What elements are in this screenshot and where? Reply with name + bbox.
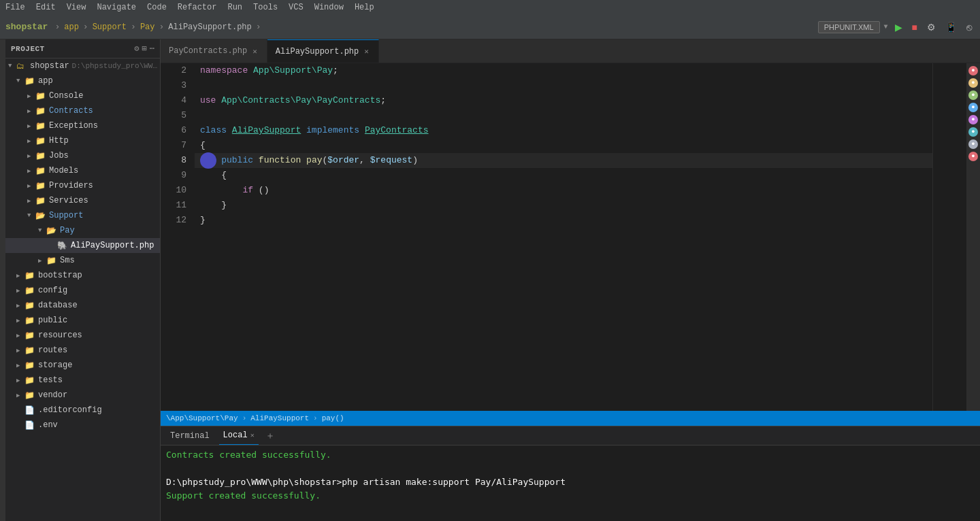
scroll-icon-1[interactable]: ● [968, 66, 978, 75]
line-numbers: 2 3 4 5 6 7 8 9 10 11 12 [161, 63, 195, 411]
scroll-icon-6[interactable]: ● [968, 127, 978, 137]
menu-tools[interactable]: Tools [253, 3, 278, 12]
tree-label-support: Support [49, 211, 83, 220]
terminal-add-button[interactable]: ＋ [265, 430, 275, 442]
tree-arrow-bootstrap-icon: ▶ [16, 272, 24, 280]
menu-run[interactable]: Run [227, 3, 242, 12]
scroll-icon-2[interactable]: ● [968, 78, 978, 88]
tab-paycontracts[interactable]: PayContracts.php ✕ [161, 39, 267, 63]
run-button[interactable]: ▶ [892, 20, 905, 34]
phpunit-button[interactable]: PHPUNIT.XML [818, 21, 880, 33]
tree-item-editorconfig[interactable]: 📄 .editorconfig [5, 403, 160, 418]
tree-label-pay: Pay [60, 226, 75, 235]
tree-item-services[interactable]: ▶ 📁 Services [5, 193, 160, 208]
tab-close-paycontracts[interactable]: ✕ [251, 46, 259, 56]
ln-3: 3 [161, 78, 186, 93]
dropdown-arrow-icon[interactable]: ▼ [884, 23, 888, 31]
code-editor[interactable]: namespace App\Support\Pay; use App\Contr… [195, 63, 932, 411]
menu-edit[interactable]: Edit [36, 3, 56, 12]
tree-item-models[interactable]: ▶ 📁 Models [5, 163, 160, 178]
breadcrumb-support[interactable]: Support [93, 22, 127, 32]
tree-item-bootstrap[interactable]: ▶ 📁 bootstrap [5, 268, 160, 283]
http-folder-icon: 📁 [35, 136, 46, 146]
tree-item-sms[interactable]: ▶ 📁 Sms [5, 253, 160, 268]
phone-button[interactable]: 📱 [943, 20, 960, 34]
tree-item-routes[interactable]: ▶ 📁 routes [5, 343, 160, 358]
breadcrumb-file[interactable]: AliPaySupport.php [168, 22, 251, 32]
ln-11: 11 [161, 198, 186, 213]
tab-alipaysupport[interactable]: AliPaySupport.php ✕ [267, 39, 379, 63]
tab-label-alipaysupport: AliPaySupport.php [276, 47, 359, 56]
tree-arrow-support-icon: ▼ [27, 212, 35, 219]
tree-item-public[interactable]: ▶ 📁 public [5, 313, 160, 328]
tree-item-support[interactable]: ▼ 📂 Support [5, 208, 160, 223]
breadcrumb-pay[interactable]: Pay [140, 22, 155, 32]
tree-item-vendor[interactable]: ▶ 📁 vendor [5, 388, 160, 403]
tree-item-console[interactable]: ▶ 📁 Console [5, 88, 160, 103]
tree-item-shopstar[interactable]: ▼ 🗂 shopstar D:\phpstudy_pro\WWW\php\sho [5, 58, 160, 73]
tree-arrow-jobs-icon: ▶ [27, 152, 35, 160]
scroll-icon-8[interactable]: ● [968, 152, 978, 161]
tree-item-config[interactable]: ▶ 📁 config [5, 283, 160, 298]
tree-label-models: Models [49, 166, 78, 175]
tab-close-alipaysupport[interactable]: ✕ [363, 46, 370, 56]
terminal-tab-local[interactable]: Local ✕ [219, 426, 259, 445]
menu-navigate[interactable]: Navigate [97, 3, 136, 12]
tree-label-http: Http [49, 136, 69, 146]
code-line-12: } [195, 213, 932, 228]
tree-arrow-routes-icon: ▶ [16, 347, 24, 354]
code-line-11: } [195, 198, 932, 213]
menu-file[interactable]: File [5, 3, 25, 12]
menu-refactor[interactable]: Refactor [178, 3, 217, 12]
scroll-icon-7[interactable]: ● [968, 139, 978, 149]
status-path-3: pay() [322, 414, 344, 422]
tree-label-database: database [38, 301, 78, 310]
term-line-4: Support created successfully. [166, 489, 975, 503]
settings-button[interactable]: ⚙ [924, 20, 938, 34]
sidebar-more-icon[interactable]: ⋯ [150, 44, 154, 54]
tree-label-sms: Sms [60, 256, 75, 265]
terminal-area: Terminal Local ✕ ＋ Contracts created suc… [161, 426, 980, 521]
tree-label-jobs: Jobs [49, 151, 69, 161]
editor-area: PayContracts.php ✕ AliPaySupport.php ✕ 2… [161, 39, 980, 521]
tree-item-database[interactable]: ▶ 📁 database [5, 298, 160, 313]
scroll-icon-3[interactable]: ● [968, 90, 978, 100]
status-path-2: AliPaySupport [250, 414, 309, 422]
scroll-icon-5[interactable]: ● [968, 115, 978, 124]
tree-item-pay[interactable]: ▼ 📂 Pay [5, 223, 160, 238]
tree-item-env[interactable]: 📄 .env [5, 418, 160, 433]
root-folder-icon: 🗂 [16, 61, 27, 71]
menu-view[interactable]: View [67, 3, 86, 12]
scroll-icon-4[interactable]: ● [968, 103, 978, 112]
tree-item-http[interactable]: ▶ 📁 Http [5, 133, 160, 148]
external-button[interactable]: ⎋ [964, 20, 975, 34]
stop-button[interactable]: ■ [909, 20, 920, 34]
tree-label-vendor: vendor [38, 390, 67, 400]
vendor-folder-icon: 📁 [24, 390, 35, 401]
tree-arrow-pay-icon: ▼ [38, 227, 46, 234]
ln-4: 4 [161, 93, 186, 108]
tree-item-storage[interactable]: ▶ 📁 storage [5, 358, 160, 373]
sidebar-settings-icon[interactable]: ⚙ [134, 44, 139, 54]
terminal-tab-label: Terminal [170, 431, 210, 441]
tree-item-app[interactable]: ▼ 📁 app [5, 73, 160, 88]
database-folder-icon: 📁 [24, 301, 35, 311]
menu-code[interactable]: Code [147, 3, 167, 12]
app-folder-icon: 📁 [24, 76, 35, 86]
menu-window[interactable]: Window [314, 3, 344, 12]
tree-item-contracts[interactable]: ▶ 📁 Contracts [5, 103, 160, 118]
tree-item-alipaysupport[interactable]: 🐘 AliPaySupport.php [5, 238, 160, 253]
tree-item-exceptions[interactable]: ▶ 📁 Exceptions [5, 118, 160, 133]
tree-item-providers[interactable]: ▶ 📁 Providers [5, 178, 160, 193]
menu-vcs[interactable]: VCS [289, 3, 304, 12]
menu-help[interactable]: Help [355, 3, 374, 12]
local-tab-close-icon[interactable]: ✕ [250, 431, 255, 439]
editor-content[interactable]: 2 3 4 5 6 7 8 9 10 11 12 namespace App\S… [161, 63, 980, 411]
tree-item-tests[interactable]: ▶ 📁 tests [5, 373, 160, 388]
sidebar-expand-icon[interactable]: ⊞ [142, 44, 147, 54]
tree-item-resources[interactable]: ▶ 📁 resources [5, 328, 160, 343]
terminal-tab-terminal[interactable]: Terminal [166, 426, 214, 445]
code-line-7: { [195, 138, 932, 153]
breadcrumb-app[interactable]: app [64, 22, 79, 32]
tree-item-jobs[interactable]: ▶ 📁 Jobs [5, 148, 160, 163]
